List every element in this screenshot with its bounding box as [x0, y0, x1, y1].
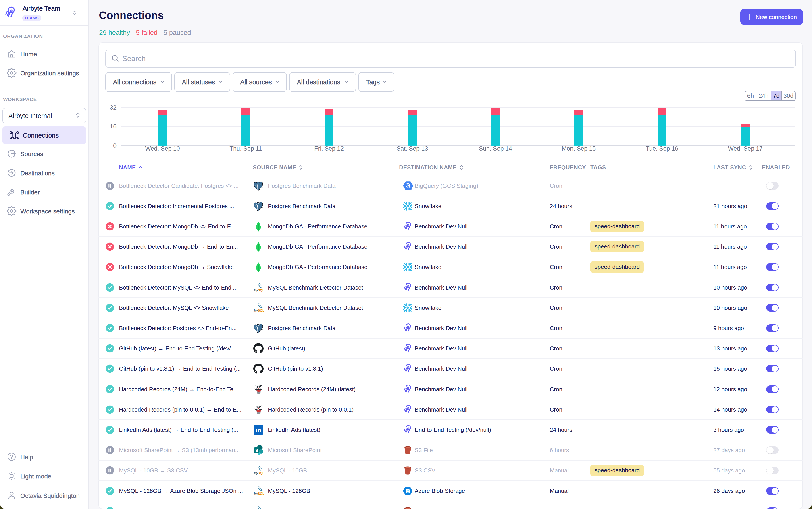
svg-text:My: My [254, 309, 258, 312]
svg-text:Mon, Sep 15: Mon, Sep 15 [561, 145, 596, 152]
svg-text:in: in [256, 427, 261, 434]
svg-text:Wed, Sep 17: Wed, Sep 17 [728, 145, 763, 152]
svg-text:S: S [255, 448, 258, 453]
svg-text:Thu, Sep 11: Thu, Sep 11 [229, 145, 262, 152]
svg-text:My: My [254, 289, 258, 292]
svg-text:..: .. [263, 472, 264, 475]
svg-text:..: .. [263, 310, 264, 312]
svg-text:0: 0 [113, 142, 117, 149]
svg-text:01: 01 [407, 491, 409, 493]
svg-text:My: My [254, 471, 258, 475]
svg-text:16: 16 [110, 123, 117, 130]
svg-text:32: 32 [110, 104, 117, 111]
svg-text:Sun, Sep 14: Sun, Sep 14 [479, 145, 512, 152]
svg-text:Wed, Sep 10: Wed, Sep 10 [145, 145, 180, 152]
svg-text:Sat, Sep 13: Sat, Sep 13 [396, 145, 428, 152]
svg-text:..: .. [263, 493, 264, 495]
svg-text:My: My [254, 492, 258, 496]
svg-text:Fri, Sep 12: Fri, Sep 12 [314, 145, 344, 152]
svg-text:..: .. [263, 289, 264, 292]
svg-text:Tue, Sep 16: Tue, Sep 16 [646, 145, 678, 152]
